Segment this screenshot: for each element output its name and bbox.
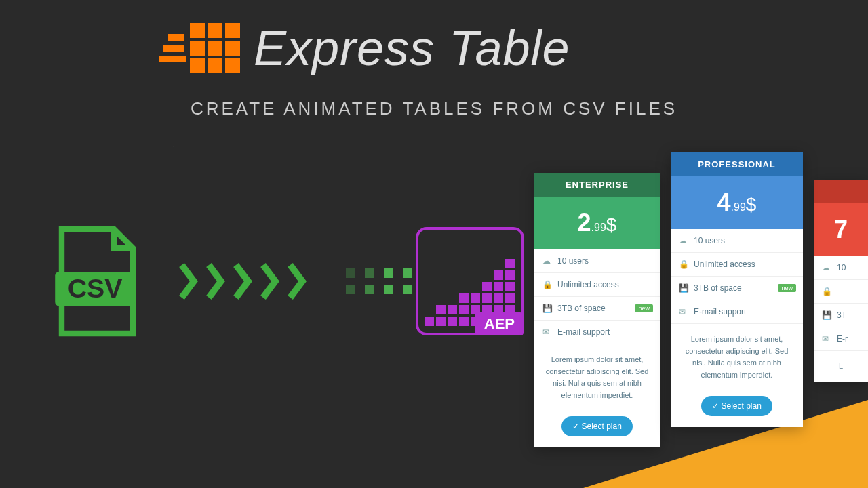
aep-group: AEP [346,227,524,336]
lock-icon: 🔒 [542,280,552,289]
feature-row: ☁10 users [671,229,803,253]
card-description: Lorem ipsum dolor sit amet, consectetur … [671,324,803,390]
lock-icon: 🔒 [679,260,688,269]
cloud-icon: ☁ [679,236,688,245]
feature-row: ✉E-mail support [671,300,803,324]
subtitle: CREATE ANIMATED TABLES FROM CSV FILES [0,98,868,119]
card-description: L [814,351,868,382]
app-title: Express Table [254,20,570,76]
feature-row: 🔒Unlimited access [534,273,660,297]
card-tier: PROFESSIONAL [671,152,803,176]
card-price: 2.99$ [534,197,660,249]
aep-file-icon: AEP [416,227,524,336]
arrow-icon [176,261,312,302]
card-tier: ENTERPRISE [534,173,660,197]
logo-icon [156,23,240,73]
aep-label: AEP [475,312,524,336]
disk-icon: 💾 [542,304,552,313]
feature-row: 💾3TB of spacenew [534,297,660,321]
feature-row: 🔒 [814,280,868,304]
flow-diagram: CSV AEP [47,224,524,339]
new-badge: new [778,284,796,292]
select-plan-button[interactable]: Select plan [701,396,772,416]
header: Express Table [156,20,570,76]
disk-icon: 💾 [679,283,688,293]
feature-row: ☁10 users [534,249,660,273]
feature-row: 🔒Unlimited access [671,253,803,277]
pricing-card-partial: 7 ☁10 🔒 💾3T ✉E-r L [814,180,868,382]
feature-row: 💾3T [814,304,868,327]
feature-row: ✉E-mail support [534,321,660,344]
feature-row: 💾3TB of spacenew [671,277,803,300]
mail-icon: ✉ [679,307,688,317]
card-price: 7 [814,203,868,256]
particles-icon [346,268,412,294]
svg-text:CSV: CSV [68,274,123,303]
csv-file-icon: CSV [47,224,142,339]
feature-row: ☁10 [814,256,868,280]
pricing-card-professional: PROFESSIONAL 4.99$ ☁10 users 🔒Unlimited … [671,152,803,427]
mail-icon: ✉ [542,327,552,337]
grid-icon [190,23,240,73]
card-tier [814,180,868,203]
feature-row: ✉E-r [814,327,868,351]
new-badge: new [635,304,653,312]
cloud-icon: ☁ [542,256,552,266]
card-price: 4.99$ [671,176,803,229]
speed-lines-icon [156,34,186,62]
